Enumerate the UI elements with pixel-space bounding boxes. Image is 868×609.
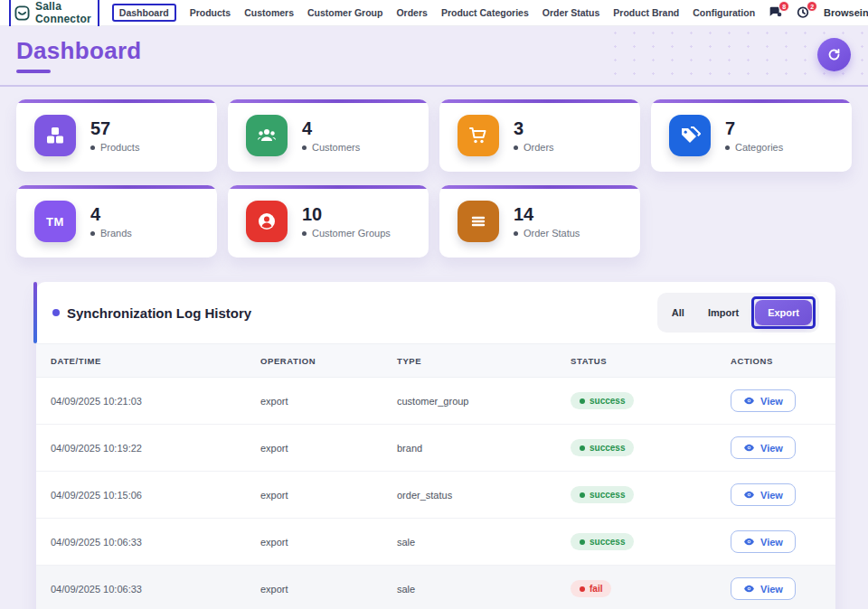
table-row: 04/09/2025 10:06:33 export sale success … <box>36 519 835 566</box>
stat-label: Products <box>100 142 139 153</box>
title-underline <box>16 70 51 73</box>
stat-label: Categories <box>735 142 783 153</box>
nav-item-order-status[interactable]: Order Status <box>542 7 600 18</box>
col-type: Type <box>397 356 571 366</box>
stat-card-customers: 4 Customers <box>228 99 429 172</box>
table-row: 04/09/2025 10:21:03 export customer_grou… <box>36 378 835 425</box>
stat-card-categories: 7 Categories <box>651 99 852 172</box>
eye-icon <box>743 489 755 501</box>
view-button[interactable]: View <box>731 436 796 459</box>
col-operation: Operation <box>260 356 397 366</box>
view-button[interactable]: View <box>731 483 796 506</box>
view-button[interactable]: View <box>731 577 796 600</box>
top-navbar: Salla Connector Dashboard Products Custo… <box>0 0 868 26</box>
cell-datetime: 04/09/2025 10:21:03 <box>51 396 260 407</box>
cell-type: customer_group <box>397 396 571 407</box>
activity-clock-icon[interactable]: 2 <box>796 5 812 21</box>
nav-item-product-brand[interactable]: Product Brand <box>613 7 679 18</box>
salla-logo-icon <box>14 5 30 21</box>
nav-item-product-categories[interactable]: Product Categories <box>441 7 529 18</box>
stat-value: 57 <box>90 118 139 138</box>
table-row: 04/09/2025 10:19:22 export brand success… <box>36 425 835 472</box>
table-row: 04/09/2025 10:06:33 export sale fail Vie… <box>36 566 835 609</box>
status-badge: success <box>571 392 634 409</box>
stat-value: 4 <box>302 118 360 138</box>
trademark-icon: TM <box>34 201 76 242</box>
stat-label: Orders <box>524 142 554 153</box>
status-badge: fail <box>571 580 611 597</box>
eye-icon <box>743 395 755 407</box>
title-dot <box>52 309 60 316</box>
stats-row-1: 57 Products 4 Customers <box>16 99 852 172</box>
view-button[interactable]: View <box>731 530 796 553</box>
filter-import-button[interactable]: Import <box>697 301 750 324</box>
cell-type: order_status <box>397 490 571 501</box>
filter-all-button[interactable]: All <box>661 301 695 324</box>
cart-icon <box>458 115 499 156</box>
tags-icon <box>669 115 711 156</box>
sync-log-table: Date/Time Operation Type Status Actions … <box>36 343 835 609</box>
cell-type: brand <box>397 443 571 454</box>
cubes-icon <box>34 115 76 156</box>
stat-value: 3 <box>514 118 554 138</box>
refresh-button[interactable] <box>817 38 851 71</box>
main-content: 57 Products 4 Customers <box>0 87 868 609</box>
brand[interactable]: Salla Connector <box>9 0 99 29</box>
eye-icon <box>743 536 755 548</box>
table-header-row: Date/Time Operation Type Status Actions <box>36 343 835 378</box>
nav-menu: Dashboard Products Customers Customer Gr… <box>112 4 755 22</box>
cell-operation: export <box>260 537 397 548</box>
cell-type: sale <box>397 584 571 595</box>
nav-right: 8 2 Browseinfo <box>768 3 868 23</box>
col-actions: Actions <box>731 356 835 366</box>
eye-icon <box>743 583 755 595</box>
sync-log-section: Synchronization Log History All Import E… <box>36 282 835 609</box>
stat-card-brands: TM 4 Brands <box>16 185 217 258</box>
messages-badge: 8 <box>778 1 789 12</box>
view-button[interactable]: View <box>731 389 796 412</box>
stat-value: 14 <box>514 204 580 224</box>
stats-row-2: TM 4 Brands 10 Customer Groups <box>16 185 852 258</box>
stat-card-customer-groups: 10 Customer Groups <box>228 185 429 258</box>
stat-label: Customer Groups <box>312 228 391 239</box>
user-circle-icon <box>246 201 288 242</box>
nav-item-configuration[interactable]: Configuration <box>693 7 755 18</box>
list-icon <box>458 201 499 242</box>
status-badge: success <box>571 486 634 503</box>
cell-datetime: 04/09/2025 10:19:22 <box>51 443 260 454</box>
stat-label: Order Status <box>524 228 580 239</box>
col-status: Status <box>571 356 731 366</box>
col-date-time: Date/Time <box>51 356 260 366</box>
stat-label: Brands <box>100 228 132 239</box>
cell-datetime: 04/09/2025 10:06:33 <box>51 584 260 595</box>
cell-operation: export <box>260 490 397 501</box>
stat-value: 7 <box>725 118 783 138</box>
nav-item-products[interactable]: Products <box>190 7 231 18</box>
nav-item-customer-group[interactable]: Customer Group <box>307 7 382 18</box>
stat-value: 4 <box>90 204 132 224</box>
table-row: 04/09/2025 10:15:06 export order_status … <box>36 472 835 519</box>
page-header: Dashboard <box>0 26 868 87</box>
messages-icon[interactable]: 8 <box>768 5 784 21</box>
user-name[interactable]: Browseinfo <box>824 7 868 18</box>
nav-item-dashboard[interactable]: Dashboard <box>112 4 176 22</box>
users-icon <box>246 115 288 156</box>
stat-label: Customers <box>312 142 360 153</box>
nav-item-customers[interactable]: Customers <box>244 7 294 18</box>
export-annotation-box: Export <box>751 296 816 329</box>
filter-export-button[interactable]: Export <box>755 300 812 325</box>
stat-card-orders: 3 Orders <box>439 99 640 172</box>
cell-operation: export <box>260 443 397 454</box>
section-title: Synchronization Log History <box>52 305 251 321</box>
cell-datetime: 04/09/2025 10:06:33 <box>51 537 260 548</box>
status-badge: success <box>571 439 634 456</box>
cell-operation: export <box>260 396 397 407</box>
stat-card-products: 57 Products <box>16 99 217 172</box>
section-accent-bar <box>33 282 37 343</box>
nav-item-orders[interactable]: Orders <box>396 7 427 18</box>
brand-name: Salla Connector <box>35 0 91 25</box>
stat-card-order-status: 14 Order Status <box>439 185 640 258</box>
stat-value: 10 <box>302 204 391 224</box>
status-badge: success <box>571 533 634 550</box>
cell-type: sale <box>397 537 571 548</box>
